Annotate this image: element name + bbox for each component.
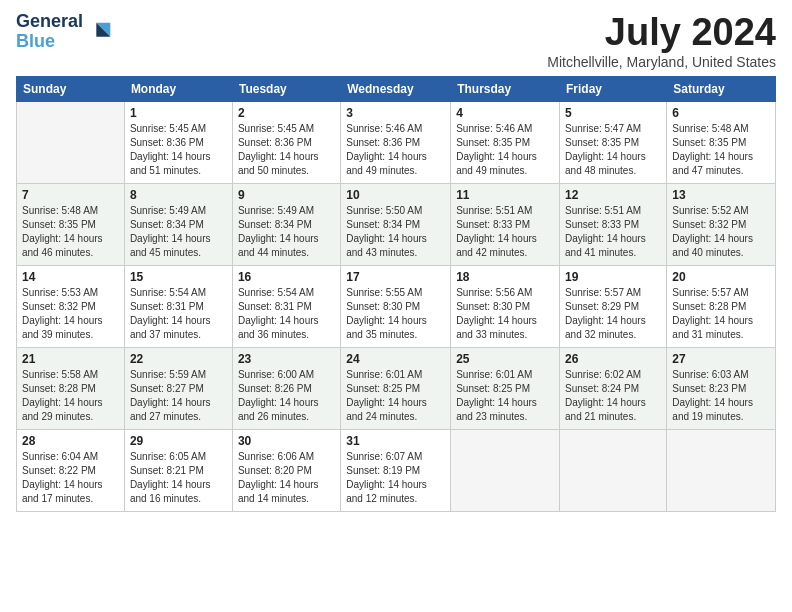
day-number: 13	[672, 188, 770, 202]
day-info: Sunrise: 5:55 AMSunset: 8:30 PMDaylight:…	[346, 286, 445, 342]
table-row: 29Sunrise: 6:05 AMSunset: 8:21 PMDayligh…	[124, 429, 232, 511]
col-thursday: Thursday	[451, 76, 560, 101]
day-info: Sunrise: 5:48 AMSunset: 8:35 PMDaylight:…	[672, 122, 770, 178]
table-row: 6Sunrise: 5:48 AMSunset: 8:35 PMDaylight…	[667, 101, 776, 183]
page-container: GeneralBlue July 2024 Mitchellville, Mar…	[0, 0, 792, 520]
day-info: Sunrise: 5:46 AMSunset: 8:36 PMDaylight:…	[346, 122, 445, 178]
table-row: 1Sunrise: 5:45 AMSunset: 8:36 PMDaylight…	[124, 101, 232, 183]
logo: GeneralBlue	[16, 12, 115, 52]
day-number: 11	[456, 188, 554, 202]
table-row: 19Sunrise: 5:57 AMSunset: 8:29 PMDayligh…	[560, 265, 667, 347]
calendar-header-row: Sunday Monday Tuesday Wednesday Thursday…	[17, 76, 776, 101]
day-info: Sunrise: 5:56 AMSunset: 8:30 PMDaylight:…	[456, 286, 554, 342]
table-row: 17Sunrise: 5:55 AMSunset: 8:30 PMDayligh…	[341, 265, 451, 347]
day-info: Sunrise: 5:54 AMSunset: 8:31 PMDaylight:…	[238, 286, 335, 342]
table-row: 30Sunrise: 6:06 AMSunset: 8:20 PMDayligh…	[232, 429, 340, 511]
table-row: 10Sunrise: 5:50 AMSunset: 8:34 PMDayligh…	[341, 183, 451, 265]
table-row: 7Sunrise: 5:48 AMSunset: 8:35 PMDaylight…	[17, 183, 125, 265]
day-number: 21	[22, 352, 119, 366]
day-number: 22	[130, 352, 227, 366]
day-info: Sunrise: 5:50 AMSunset: 8:34 PMDaylight:…	[346, 204, 445, 260]
table-row: 14Sunrise: 5:53 AMSunset: 8:32 PMDayligh…	[17, 265, 125, 347]
day-info: Sunrise: 5:46 AMSunset: 8:35 PMDaylight:…	[456, 122, 554, 178]
day-info: Sunrise: 5:57 AMSunset: 8:29 PMDaylight:…	[565, 286, 661, 342]
day-number: 29	[130, 434, 227, 448]
day-number: 19	[565, 270, 661, 284]
table-row: 12Sunrise: 5:51 AMSunset: 8:33 PMDayligh…	[560, 183, 667, 265]
col-saturday: Saturday	[667, 76, 776, 101]
col-sunday: Sunday	[17, 76, 125, 101]
table-row	[17, 101, 125, 183]
day-info: Sunrise: 5:51 AMSunset: 8:33 PMDaylight:…	[565, 204, 661, 260]
table-row: 3Sunrise: 5:46 AMSunset: 8:36 PMDaylight…	[341, 101, 451, 183]
day-number: 5	[565, 106, 661, 120]
day-info: Sunrise: 6:02 AMSunset: 8:24 PMDaylight:…	[565, 368, 661, 424]
day-info: Sunrise: 6:07 AMSunset: 8:19 PMDaylight:…	[346, 450, 445, 506]
day-info: Sunrise: 6:01 AMSunset: 8:25 PMDaylight:…	[456, 368, 554, 424]
day-number: 6	[672, 106, 770, 120]
day-number: 3	[346, 106, 445, 120]
table-row: 26Sunrise: 6:02 AMSunset: 8:24 PMDayligh…	[560, 347, 667, 429]
day-number: 10	[346, 188, 445, 202]
day-number: 27	[672, 352, 770, 366]
table-row	[451, 429, 560, 511]
col-friday: Friday	[560, 76, 667, 101]
calendar-table: Sunday Monday Tuesday Wednesday Thursday…	[16, 76, 776, 512]
day-info: Sunrise: 6:03 AMSunset: 8:23 PMDaylight:…	[672, 368, 770, 424]
day-number: 23	[238, 352, 335, 366]
location: Mitchellville, Maryland, United States	[547, 54, 776, 70]
table-row: 28Sunrise: 6:04 AMSunset: 8:22 PMDayligh…	[17, 429, 125, 511]
day-info: Sunrise: 5:49 AMSunset: 8:34 PMDaylight:…	[238, 204, 335, 260]
calendar-week-row: 1Sunrise: 5:45 AMSunset: 8:36 PMDaylight…	[17, 101, 776, 183]
table-row: 27Sunrise: 6:03 AMSunset: 8:23 PMDayligh…	[667, 347, 776, 429]
day-number: 4	[456, 106, 554, 120]
day-number: 7	[22, 188, 119, 202]
logo-icon	[87, 18, 115, 46]
day-number: 14	[22, 270, 119, 284]
table-row	[667, 429, 776, 511]
day-info: Sunrise: 6:05 AMSunset: 8:21 PMDaylight:…	[130, 450, 227, 506]
day-info: Sunrise: 5:49 AMSunset: 8:34 PMDaylight:…	[130, 204, 227, 260]
table-row: 31Sunrise: 6:07 AMSunset: 8:19 PMDayligh…	[341, 429, 451, 511]
day-number: 1	[130, 106, 227, 120]
col-wednesday: Wednesday	[341, 76, 451, 101]
table-row: 4Sunrise: 5:46 AMSunset: 8:35 PMDaylight…	[451, 101, 560, 183]
table-row: 22Sunrise: 5:59 AMSunset: 8:27 PMDayligh…	[124, 347, 232, 429]
day-info: Sunrise: 5:59 AMSunset: 8:27 PMDaylight:…	[130, 368, 227, 424]
day-number: 17	[346, 270, 445, 284]
header: GeneralBlue July 2024 Mitchellville, Mar…	[16, 12, 776, 70]
col-tuesday: Tuesday	[232, 76, 340, 101]
table-row: 23Sunrise: 6:00 AMSunset: 8:26 PMDayligh…	[232, 347, 340, 429]
day-number: 8	[130, 188, 227, 202]
table-row: 25Sunrise: 6:01 AMSunset: 8:25 PMDayligh…	[451, 347, 560, 429]
table-row: 15Sunrise: 5:54 AMSunset: 8:31 PMDayligh…	[124, 265, 232, 347]
calendar-week-row: 21Sunrise: 5:58 AMSunset: 8:28 PMDayligh…	[17, 347, 776, 429]
day-number: 31	[346, 434, 445, 448]
day-info: Sunrise: 5:48 AMSunset: 8:35 PMDaylight:…	[22, 204, 119, 260]
day-number: 24	[346, 352, 445, 366]
day-number: 30	[238, 434, 335, 448]
title-area: July 2024 Mitchellville, Maryland, Unite…	[547, 12, 776, 70]
day-info: Sunrise: 5:47 AMSunset: 8:35 PMDaylight:…	[565, 122, 661, 178]
day-number: 15	[130, 270, 227, 284]
day-info: Sunrise: 6:00 AMSunset: 8:26 PMDaylight:…	[238, 368, 335, 424]
day-info: Sunrise: 5:57 AMSunset: 8:28 PMDaylight:…	[672, 286, 770, 342]
day-info: Sunrise: 6:04 AMSunset: 8:22 PMDaylight:…	[22, 450, 119, 506]
day-number: 12	[565, 188, 661, 202]
day-info: Sunrise: 5:45 AMSunset: 8:36 PMDaylight:…	[130, 122, 227, 178]
table-row: 13Sunrise: 5:52 AMSunset: 8:32 PMDayligh…	[667, 183, 776, 265]
day-number: 28	[22, 434, 119, 448]
day-number: 2	[238, 106, 335, 120]
table-row: 18Sunrise: 5:56 AMSunset: 8:30 PMDayligh…	[451, 265, 560, 347]
col-monday: Monday	[124, 76, 232, 101]
table-row	[560, 429, 667, 511]
logo-text: GeneralBlue	[16, 12, 83, 52]
table-row: 8Sunrise: 5:49 AMSunset: 8:34 PMDaylight…	[124, 183, 232, 265]
table-row: 5Sunrise: 5:47 AMSunset: 8:35 PMDaylight…	[560, 101, 667, 183]
day-info: Sunrise: 5:53 AMSunset: 8:32 PMDaylight:…	[22, 286, 119, 342]
table-row: 24Sunrise: 6:01 AMSunset: 8:25 PMDayligh…	[341, 347, 451, 429]
day-info: Sunrise: 5:58 AMSunset: 8:28 PMDaylight:…	[22, 368, 119, 424]
table-row: 16Sunrise: 5:54 AMSunset: 8:31 PMDayligh…	[232, 265, 340, 347]
day-number: 9	[238, 188, 335, 202]
day-info: Sunrise: 5:45 AMSunset: 8:36 PMDaylight:…	[238, 122, 335, 178]
